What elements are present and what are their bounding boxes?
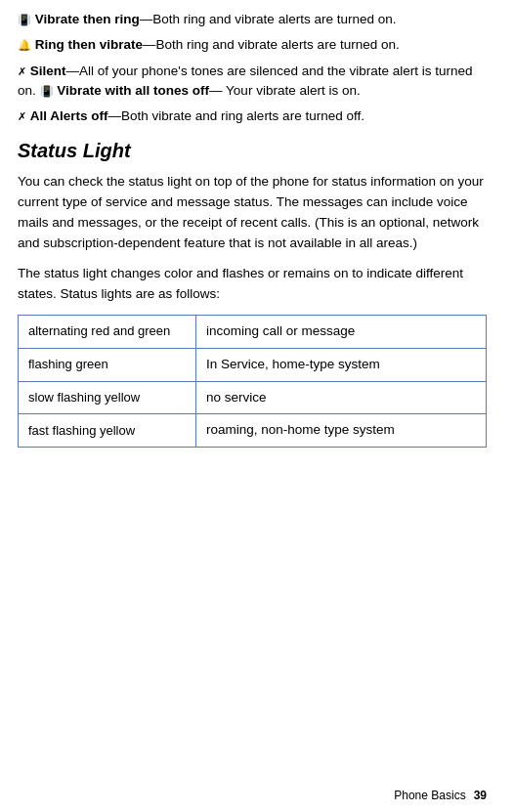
ring-then-vibrate-dash: — xyxy=(143,37,156,52)
silent-para: ✗ Silent—All of your phone's tones are s… xyxy=(18,62,487,102)
silent-icon: ✗ xyxy=(18,65,26,77)
body-paragraph-1: You can check the status light on top of… xyxy=(18,172,487,254)
table-row: fast flashing yellow roaming, non-home t… xyxy=(19,414,487,448)
vibrate-then-ring-label: Vibrate then ring xyxy=(35,12,140,26)
silent-dash: — xyxy=(66,64,80,78)
status-table: alternating red and green incoming call … xyxy=(18,315,487,449)
all-alerts-off-icon: ✗ xyxy=(18,110,26,122)
description-cell-2: no service xyxy=(196,381,487,414)
vibrate-then-ring-para: 📳 Vibrate then ring—Both ring and vibrat… xyxy=(18,10,487,29)
vibrate-then-ring-icon: 📳 xyxy=(18,14,31,25)
status-cell-1: flashing green xyxy=(19,348,196,381)
all-alerts-off-para: ✗ All Alerts off—Both vibrate and ring a… xyxy=(18,107,487,126)
description-cell-3: roaming, non-home type system xyxy=(196,414,487,448)
table-row: slow flashing yellow no service xyxy=(19,381,487,414)
footer-section-name: Phone Basics xyxy=(394,789,465,802)
description-cell-0: incoming call or message xyxy=(196,315,487,348)
ring-then-vibrate-text: Both ring and vibrate alerts are turned … xyxy=(156,37,400,52)
ring-then-vibrate-label: Ring then vibrate xyxy=(35,37,143,52)
vibrate-all-tones-extra: — Your vibrate alert is on. xyxy=(209,83,361,98)
status-cell-3: fast flashing yellow xyxy=(19,414,196,448)
status-cell-2: slow flashing yellow xyxy=(19,381,196,414)
body-paragraph-2: The status light changes color and flash… xyxy=(18,264,487,305)
vibrate-then-ring-text: Both ring and vibrate alerts are turned … xyxy=(152,12,396,26)
silent-label: Silent xyxy=(30,64,66,78)
all-alerts-off-label: All Alerts off xyxy=(30,108,108,123)
vibrate-all-tones-icon: 📳 xyxy=(40,85,54,97)
ring-then-vibrate-para: 🔔 Ring then vibrate—Both ring and vibrat… xyxy=(18,35,487,55)
table-row: alternating red and green incoming call … xyxy=(19,315,487,348)
page-container: 📳 Vibrate then ring—Both ring and vibrat… xyxy=(0,0,514,812)
all-alerts-off-text: Both vibrate and ring alerts are turned … xyxy=(121,108,364,123)
vibrate-all-tones-label: Vibrate with all tones off xyxy=(57,83,209,98)
table-row: flashing green In Service, home-type sys… xyxy=(19,348,487,381)
section-title: Status Light xyxy=(18,140,487,162)
ring-then-vibrate-icon: 🔔 xyxy=(18,39,31,51)
vibrate-then-ring-dash: — xyxy=(140,12,153,26)
description-cell-1: In Service, home-type system xyxy=(196,348,487,381)
status-table-body: alternating red and green incoming call … xyxy=(19,315,487,448)
status-cell-0: alternating red and green xyxy=(19,315,196,348)
footer-page-number: 39 xyxy=(474,789,487,802)
all-alerts-off-dash: — xyxy=(108,108,122,123)
footer: Phone Basics 39 xyxy=(394,789,487,802)
